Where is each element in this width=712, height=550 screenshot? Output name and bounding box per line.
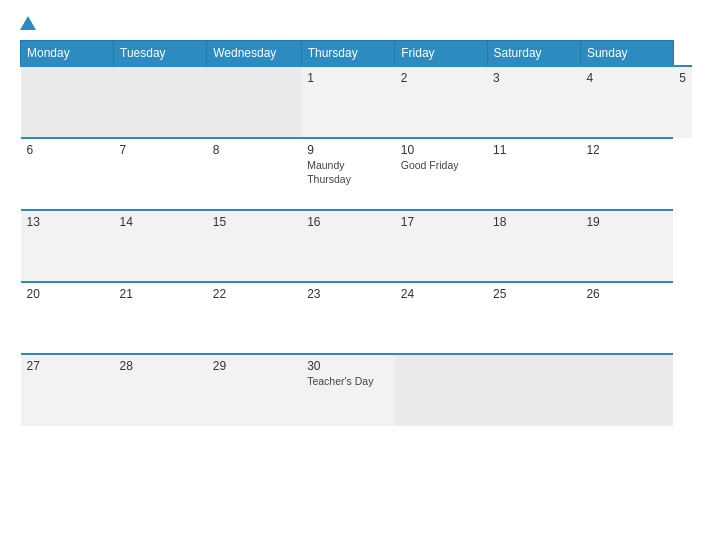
calendar-cell: 5 <box>673 66 692 138</box>
day-number: 13 <box>27 215 108 229</box>
calendar-cell: 30Teacher's Day <box>301 354 395 426</box>
day-number: 5 <box>679 71 686 85</box>
logo <box>20 18 38 30</box>
calendar-cell: 6 <box>21 138 114 210</box>
day-number: 1 <box>307 71 389 85</box>
calendar-cell: 1 <box>301 66 395 138</box>
calendar-cell: 12 <box>580 138 673 210</box>
calendar-cell: 19 <box>580 210 673 282</box>
calendar-cell <box>114 66 207 138</box>
calendar-cell: 24 <box>395 282 487 354</box>
day-number: 4 <box>586 71 667 85</box>
calendar-cell: 23 <box>301 282 395 354</box>
calendar-cell: 13 <box>21 210 114 282</box>
weekday-header: Sunday <box>580 41 673 67</box>
calendar-cell: 18 <box>487 210 580 282</box>
day-number: 2 <box>401 71 481 85</box>
calendar-cell <box>21 66 114 138</box>
calendar-cell: 4 <box>580 66 673 138</box>
calendar-cell: 3 <box>487 66 580 138</box>
calendar-event: Good Friday <box>401 159 481 173</box>
day-number: 14 <box>120 215 201 229</box>
day-number: 23 <box>307 287 389 301</box>
logo-blue-row <box>20 18 38 30</box>
weekday-header: Friday <box>395 41 487 67</box>
day-number: 6 <box>27 143 108 157</box>
day-number: 30 <box>307 359 389 373</box>
calendar-cell <box>487 354 580 426</box>
calendar-cell <box>207 66 301 138</box>
day-number: 29 <box>213 359 295 373</box>
day-number: 26 <box>586 287 667 301</box>
calendar-cell: 9Maundy Thursday <box>301 138 395 210</box>
day-number: 18 <box>493 215 574 229</box>
logo-triangle-icon <box>20 16 36 30</box>
weekday-header: Tuesday <box>114 41 207 67</box>
calendar-cell: 15 <box>207 210 301 282</box>
calendar-cell: 20 <box>21 282 114 354</box>
day-number: 27 <box>27 359 108 373</box>
day-number: 3 <box>493 71 574 85</box>
day-number: 24 <box>401 287 481 301</box>
day-number: 20 <box>27 287 108 301</box>
day-number: 12 <box>586 143 667 157</box>
calendar-cell: 14 <box>114 210 207 282</box>
day-number: 15 <box>213 215 295 229</box>
day-number: 25 <box>493 287 574 301</box>
calendar-cell: 28 <box>114 354 207 426</box>
calendar-cell: 8 <box>207 138 301 210</box>
header <box>20 18 692 30</box>
day-number: 10 <box>401 143 481 157</box>
weekday-header: Wednesday <box>207 41 301 67</box>
calendar-week-row: 6789Maundy Thursday10Good Friday1112 <box>21 138 693 210</box>
calendar-cell: 29 <box>207 354 301 426</box>
day-number: 8 <box>213 143 295 157</box>
day-number: 28 <box>120 359 201 373</box>
calendar-cell: 16 <box>301 210 395 282</box>
day-number: 22 <box>213 287 295 301</box>
calendar-cell: 25 <box>487 282 580 354</box>
calendar-cell <box>580 354 673 426</box>
calendar-cell: 21 <box>114 282 207 354</box>
calendar-week-row: 12345 <box>21 66 693 138</box>
weekday-header: Monday <box>21 41 114 67</box>
calendar-week-row: 13141516171819 <box>21 210 693 282</box>
day-number: 16 <box>307 215 389 229</box>
weekday-header: Saturday <box>487 41 580 67</box>
day-number: 11 <box>493 143 574 157</box>
calendar-cell <box>395 354 487 426</box>
day-number: 9 <box>307 143 389 157</box>
calendar-cell: 22 <box>207 282 301 354</box>
weekday-header: Thursday <box>301 41 395 67</box>
calendar-cell: 26 <box>580 282 673 354</box>
calendar-page: MondayTuesdayWednesdayThursdayFridaySatu… <box>0 0 712 550</box>
calendar-cell: 17 <box>395 210 487 282</box>
day-number: 21 <box>120 287 201 301</box>
calendar-table: MondayTuesdayWednesdayThursdayFridaySatu… <box>20 40 692 426</box>
calendar-event: Maundy Thursday <box>307 159 389 186</box>
calendar-cell: 7 <box>114 138 207 210</box>
calendar-header: MondayTuesdayWednesdayThursdayFridaySatu… <box>21 41 693 67</box>
weekday-row: MondayTuesdayWednesdayThursdayFridaySatu… <box>21 41 693 67</box>
day-number: 17 <box>401 215 481 229</box>
calendar-week-row: 20212223242526 <box>21 282 693 354</box>
calendar-cell: 10Good Friday <box>395 138 487 210</box>
country-label <box>622 18 692 24</box>
day-number: 19 <box>586 215 667 229</box>
day-number: 7 <box>120 143 201 157</box>
calendar-week-row: 27282930Teacher's Day <box>21 354 693 426</box>
calendar-body: 123456789Maundy Thursday10Good Friday111… <box>21 66 693 426</box>
calendar-cell: 2 <box>395 66 487 138</box>
calendar-cell: 27 <box>21 354 114 426</box>
calendar-event: Teacher's Day <box>307 375 389 389</box>
calendar-cell: 11 <box>487 138 580 210</box>
